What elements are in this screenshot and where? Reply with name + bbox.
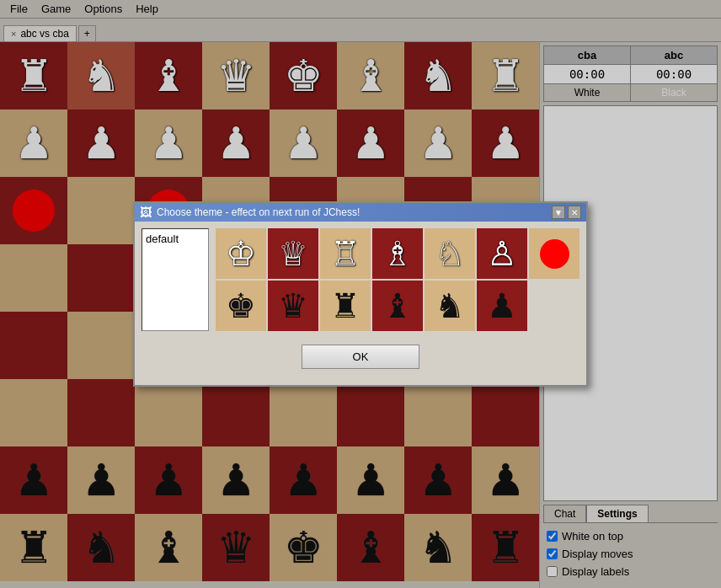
dialog-close-button[interactable]: ✕ bbox=[568, 206, 581, 219]
preview-white-pawn: ♙ bbox=[477, 228, 527, 279]
theme-grid: ♔ ♕ ♖ ♗ ♘ ♙ bbox=[216, 228, 579, 331]
dialog-minimize-button[interactable]: ▼ bbox=[552, 206, 565, 219]
dialog-title-text: Choose theme - effect on next run of JCh… bbox=[157, 206, 360, 218]
preview-white-bishop: ♗ bbox=[372, 228, 423, 279]
preview-black-bishop: ♝ bbox=[372, 281, 423, 331]
preview-black-rook: ♜ bbox=[320, 281, 371, 331]
dialog-titlebar: 🖼 Choose theme - effect on next run of J… bbox=[135, 203, 586, 222]
dialog-icon: 🖼 bbox=[140, 206, 152, 219]
theme-default[interactable]: default bbox=[146, 233, 179, 245]
preview-white-knight: ♘ bbox=[425, 228, 475, 279]
dialog-footer: OK bbox=[135, 338, 586, 376]
preview-black-king: ♚ bbox=[216, 281, 266, 331]
dialog-body: default ♔ ♕ ♖ ♗ bbox=[135, 222, 586, 338]
preview-black-knight: ♞ bbox=[425, 281, 475, 331]
theme-list[interactable]: default bbox=[142, 228, 209, 331]
preview-black-queen: ♛ bbox=[268, 281, 318, 331]
white-pieces-row: ♔ ♕ ♖ ♗ ♘ ♙ bbox=[216, 228, 579, 279]
preview-white-king: ♔ bbox=[216, 228, 266, 279]
ok-button[interactable]: OK bbox=[302, 345, 420, 369]
preview-white-queen: ♕ bbox=[268, 228, 318, 279]
preview-black-pawn: ♟ bbox=[477, 281, 527, 331]
theme-dialog: 🖼 Choose theme - effect on next run of J… bbox=[133, 201, 588, 387]
dialog-title-left: 🖼 Choose theme - effect on next run of J… bbox=[140, 206, 360, 219]
black-pieces-row: ♚ ♛ ♜ ♝ ♞ ♟ bbox=[216, 281, 579, 331]
dialog-overlay: 🖼 Choose theme - effect on next run of J… bbox=[0, 0, 721, 588]
preview-white-rook: ♖ bbox=[320, 228, 371, 279]
preview-red-circle bbox=[529, 228, 579, 279]
dialog-title-controls: ▼ ✕ bbox=[552, 206, 581, 219]
